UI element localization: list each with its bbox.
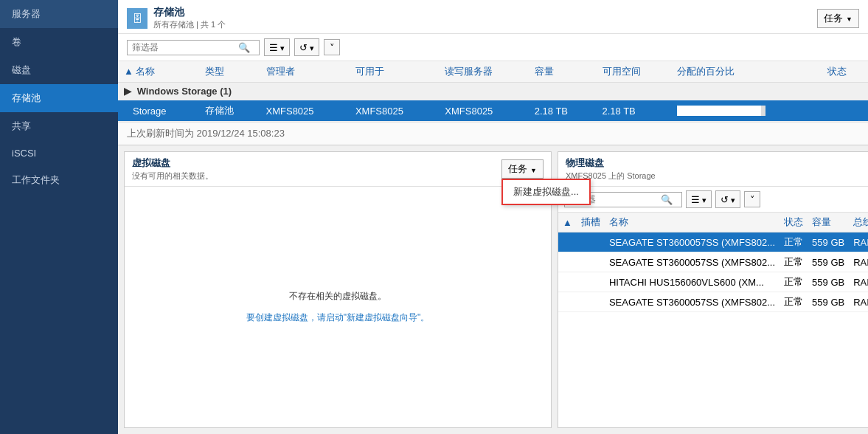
collapse-btn[interactable]: ˅	[324, 39, 340, 55]
cell-sort	[558, 232, 577, 252]
vd-dropdown-menu: 新建虚拟磁盘...	[501, 179, 591, 205]
col-manager[interactable]: 管理者	[260, 61, 350, 83]
search-icon: 🔍	[238, 42, 250, 53]
search-icon: 🔍	[661, 194, 673, 205]
col-available[interactable]: 可用于	[350, 61, 439, 83]
sidebar-item-label: 服务器	[12, 8, 41, 19]
sidebar-item-disk[interactable]: 磁盘	[0, 56, 118, 84]
col-rw-server[interactable]: 读写服务器	[439, 61, 528, 83]
cell-capacity: 559 GB	[808, 252, 849, 272]
pd-table: ▲ 插槽 名称 状态 容量 总线 使用率 SEAGATE ST3600057SS…	[558, 213, 868, 312]
pd-collapse-btn[interactable]: ˅	[744, 191, 760, 207]
panel-title-block: 存储池 所有存储池 | 共 1 个	[153, 6, 226, 30]
cell-status: 正常	[780, 272, 808, 292]
cell-bus: RAID	[849, 232, 868, 252]
pd-table-container: ▲ 插槽 名称 状态 容量 总线 使用率 SEAGATE ST3600057SS…	[558, 213, 868, 427]
cell-name: HITACHI HUS156060VLS600 (XM...	[605, 272, 780, 292]
col-free[interactable]: 可用空间	[597, 61, 672, 83]
vd-tasks-button[interactable]: 任务	[501, 159, 544, 179]
table-row[interactable]: HITACHI HUS156060VLS600 (XM... 正常 559 GB…	[558, 272, 868, 292]
tasks-button[interactable]: 任务	[817, 9, 859, 28]
cell-sort	[558, 272, 577, 292]
cell-capacity: 2.18 TB	[529, 100, 597, 122]
col-capacity[interactable]: 容量	[529, 61, 597, 83]
chevron-icon	[310, 42, 314, 53]
refresh-icon: ↺	[299, 42, 308, 53]
pd-view-btn[interactable]: ☰	[686, 190, 712, 208]
search-input[interactable]	[132, 42, 235, 52]
storage-pool-panel: 🗄 存储池 所有存储池 | 共 1 个 任务 🔍 ☰ ↺	[118, 0, 868, 145]
table-row[interactable]: Storage 存储池 XMFS8025 XMFS8025 XMFS8025 2…	[118, 100, 868, 122]
create-virtual-disk-item[interactable]: 新建虚拟磁盘...	[503, 180, 589, 204]
col-alloc[interactable]: 分配的百分比	[671, 61, 822, 83]
pd-col-capacity[interactable]: 容量	[808, 213, 849, 232]
sidebar-item-workfolder[interactable]: 工作文件夹	[0, 166, 118, 194]
main-content: 🗄 存储池 所有存储池 | 共 1 个 任务 🔍 ☰ ↺	[118, 0, 868, 434]
vd-subtitle: 没有可用的相关数据。	[132, 170, 213, 182]
list-icon: ☰	[269, 42, 278, 53]
table-row[interactable]: SEAGATE ST3600057SS (XMFS802... 正常 559 G…	[558, 252, 868, 272]
storage-pool-icon: 🗄	[127, 8, 147, 29]
sidebar-item-label: 共享	[12, 120, 31, 131]
col-type[interactable]: 类型	[199, 61, 260, 83]
chevron-down-icon	[530, 164, 537, 175]
vd-content: 不存在相关的虚拟磁盘。 要创建虚拟磁盘，请启动"新建虚拟磁盘向导"。	[125, 187, 551, 427]
pd-refresh-btn[interactable]: ↺	[715, 190, 740, 208]
vd-title-block: 虚拟磁盘 没有可用的相关数据。	[132, 156, 213, 182]
group-name: Windows Storage (1)	[137, 86, 232, 97]
sidebar-item-iscsi[interactable]: iSCSI	[0, 140, 118, 166]
cell-bus: RAID	[849, 292, 868, 312]
virtual-disk-panel: 虚拟磁盘 没有可用的相关数据。 任务 新建虚拟磁盘... 不存	[124, 151, 552, 428]
cell-status: 正常	[780, 292, 808, 312]
bottom-section: 虚拟磁盘 没有可用的相关数据。 任务 新建虚拟磁盘... 不存	[118, 145, 868, 434]
cell-status	[822, 100, 868, 122]
sidebar-item-pool[interactable]: 存储池	[0, 84, 118, 112]
pd-col-status[interactable]: 状态	[780, 213, 808, 232]
cell-bus: RAID	[849, 252, 868, 272]
chevron-icon	[731, 194, 735, 205]
sidebar-item-label: 磁盘	[12, 64, 31, 75]
refresh-btn[interactable]: ↺	[294, 38, 319, 56]
pool-table: ▲名称 类型 管理者 可用于 读写服务器 容量 可用空间 分配的百分比 状态	[118, 61, 868, 122]
cell-sort	[558, 292, 577, 312]
panel-title: 存储池	[153, 6, 226, 19]
sidebar-item-label: 存储池	[12, 92, 41, 103]
tasks-label: 任务	[824, 12, 843, 25]
pd-col-slot[interactable]: 插槽	[577, 213, 605, 232]
vd-no-data-msg: 不存在相关的虚拟磁盘。	[289, 290, 386, 303]
pd-col-name[interactable]: 名称	[605, 213, 780, 232]
view-btn[interactable]: ☰	[264, 38, 290, 56]
table-row[interactable]: SEAGATE ST3600057SS (XMFS802... 正常 559 G…	[558, 292, 868, 312]
top-toolbar: 🔍 ☰ ↺ ˅	[118, 34, 868, 61]
progress-bar	[677, 106, 761, 116]
sidebar-item-volume[interactable]: 卷	[0, 28, 118, 56]
pool-table-container: ▲名称 类型 管理者 可用于 读写服务器 容量 可用空间 分配的百分比 状态	[118, 61, 868, 122]
vd-panel-header: 虚拟磁盘 没有可用的相关数据。 任务 新建虚拟磁盘...	[125, 152, 551, 187]
pd-toolbar: 🔍 ☰ ↺ ˅	[558, 187, 868, 213]
pd-col-sort[interactable]: ▲	[558, 213, 577, 232]
group-expand-icon[interactable]: ▶	[124, 86, 131, 97]
create-vd-label: 新建虚拟磁盘...	[513, 186, 579, 197]
refresh-time: 上次刷新时间为 2019/12/24 15:08:23	[127, 128, 285, 139]
sidebar-item-share[interactable]: 共享	[0, 112, 118, 140]
cell-name: SEAGATE ST3600057SS (XMFS802...	[605, 252, 780, 272]
group-header-row: ▶ Windows Storage (1)	[118, 83, 868, 100]
panel-header: 🗄 存储池 所有存储池 | 共 1 个 任务	[118, 0, 868, 34]
sidebar-item-server[interactable]: 服务器	[0, 0, 118, 28]
col-name[interactable]: ▲名称	[118, 61, 199, 83]
physical-disk-panel: 物理磁盘 XMFS8025 上的 Storage 任务 🔍 ☰	[558, 151, 868, 428]
cell-name: SEAGATE ST3600057SS (XMFS802...	[605, 232, 780, 252]
chevron-down-icon	[846, 13, 853, 24]
col-status[interactable]: 状态	[822, 61, 868, 83]
chevron-down-icon: ˅	[750, 194, 755, 205]
pd-panel-header: 物理磁盘 XMFS8025 上的 Storage 任务	[558, 152, 868, 187]
cell-rw-server: XMFS8025	[439, 100, 528, 122]
vd-title: 虚拟磁盘	[132, 156, 213, 170]
create-vd-link[interactable]: 要创建虚拟磁盘，请启动"新建虚拟磁盘向导"。	[246, 311, 430, 324]
cell-capacity: 559 GB	[808, 232, 849, 252]
cell-type: 存储池	[199, 100, 260, 122]
search-box[interactable]: 🔍	[127, 40, 260, 55]
pd-col-bus[interactable]: 总线	[849, 213, 868, 232]
cell-slot	[577, 272, 605, 292]
table-row[interactable]: SEAGATE ST3600057SS (XMFS802... 正常 559 G…	[558, 232, 868, 252]
